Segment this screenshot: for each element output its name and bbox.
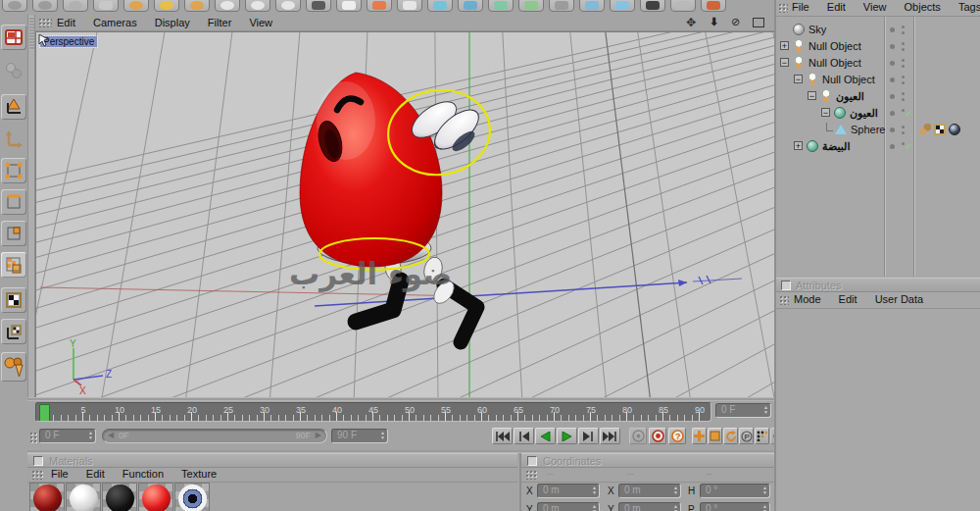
material-swatch-dark-red[interactable] — [29, 483, 65, 511]
viewport-menu-display[interactable]: Display — [155, 17, 190, 28]
coord-field-x-position[interactable]: 0 m▲▼ — [537, 484, 600, 498]
editor-visibility-dot[interactable] — [902, 126, 905, 128]
go-to-end-button[interactable] — [600, 428, 620, 444]
collapse-icon[interactable]: − — [794, 75, 803, 83]
pan-view-icon[interactable]: ✥ — [686, 16, 696, 29]
coord-field-p-rotation[interactable]: 0 °▲▼ — [700, 502, 770, 511]
spinner-arrows-icon[interactable]: ▲▼ — [88, 431, 93, 440]
render-visibility-dot[interactable] — [902, 65, 905, 68]
material-swatch-eye[interactable] — [174, 483, 210, 511]
snap-grid-icon[interactable] — [670, 0, 696, 12]
texture-tag-icon[interactable] — [934, 124, 946, 135]
editor-visibility-dot[interactable] — [902, 26, 905, 28]
frame-end-field[interactable]: 90 F ▲▼ — [331, 429, 388, 443]
spline-object-icon[interactable] — [458, 0, 483, 12]
record-pla-toggle[interactable] — [755, 428, 769, 444]
array-object-icon[interactable] — [518, 0, 544, 12]
make-editable-icon[interactable] — [1, 58, 26, 83]
rotate-view-icon[interactable]: ⊘ — [731, 16, 740, 28]
lock-x-axis-icon[interactable] — [215, 0, 240, 12]
record-help-button[interactable]: ? — [668, 428, 686, 444]
object-axis-mode-icon[interactable] — [1, 127, 26, 152]
material-ball-icon[interactable] — [701, 0, 726, 12]
record-rotation-toggle[interactable] — [723, 428, 738, 444]
coord-field-h-rotation[interactable]: 0 °▲▼ — [700, 484, 770, 498]
render-visibility-dot[interactable] — [902, 98, 905, 101]
enabled-checkmark-icon[interactable]: ✓ — [905, 108, 912, 119]
object-row-eyes[interactable]: − العيون ✓ — [776, 106, 980, 122]
polygons-mode-icon[interactable] — [1, 221, 26, 246]
layer-dot[interactable] — [890, 77, 895, 82]
maximize-view-icon[interactable] — [753, 18, 764, 27]
object-row-sky[interactable]: Sky — [776, 23, 980, 38]
collapse-icon[interactable]: − — [808, 91, 816, 100]
points-mode-icon[interactable] — [1, 158, 26, 183]
rotate-tool-icon[interactable] — [184, 0, 210, 12]
om-menu-objects[interactable]: Objects — [905, 1, 941, 13]
timeline-ruler[interactable]: 051015202530354045505560657075808590 — [35, 402, 711, 422]
render-active-icon[interactable] — [367, 0, 392, 12]
current-frame-marker[interactable] — [39, 404, 50, 422]
frame-start-field[interactable]: 0 F ▲▼ — [39, 429, 96, 443]
viewport-menu-edit[interactable]: Edit — [57, 17, 75, 28]
enabled-checkmark-icon[interactable]: ✓ — [905, 141, 912, 152]
current-frame-field[interactable]: 0 F ▲▼ — [715, 403, 771, 418]
viewport-menu-cameras[interactable]: Cameras — [93, 17, 137, 28]
top-toolbar[interactable] — [0, 0, 774, 16]
coord-field-x-size[interactable]: 0 m▲▼ — [618, 484, 681, 498]
scale-tool-icon[interactable] — [154, 0, 179, 12]
render-visibility-dot[interactable] — [902, 81, 905, 84]
coordinate-system-icon[interactable] — [306, 0, 331, 12]
record-scale-toggle[interactable] — [708, 428, 722, 444]
panel-checkbox-icon[interactable] — [781, 281, 791, 290]
editor-visibility-dot[interactable] — [902, 92, 905, 95]
object-row-sphere[interactable]: Sphere — [776, 123, 980, 138]
render-visibility-dot[interactable] — [902, 31, 905, 34]
material-tag-icon[interactable] — [949, 124, 960, 135]
selection-tool-icon[interactable] — [63, 0, 88, 12]
coord-field-y-position[interactable]: 0 m▲▼ — [537, 502, 600, 511]
object-row-null-2[interactable]: − Null Object — [776, 56, 980, 72]
viewport-menu-filter[interactable]: Filter — [208, 17, 231, 28]
om-drag-handle[interactable] — [778, 3, 788, 13]
lock-y-axis-icon[interactable] — [245, 0, 270, 12]
object-row-eyes-group[interactable]: − العيون — [776, 89, 980, 105]
editor-visibility-dot[interactable] — [902, 59, 905, 62]
play-backwards-button[interactable] — [535, 428, 556, 444]
materials-menu-function[interactable]: Function — [122, 468, 164, 480]
move-tool-icon[interactable] — [123, 0, 149, 12]
scene-object-icon[interactable] — [579, 0, 605, 12]
collapse-icon[interactable]: − — [821, 108, 830, 117]
menubar-drag-handle[interactable] — [38, 18, 52, 27]
selection-filter-icon[interactable] — [1, 352, 26, 382]
edges-mode-icon[interactable] — [1, 189, 26, 215]
layer-dot[interactable] — [890, 111, 895, 116]
spinner-arrows-icon[interactable]: ▲▼ — [763, 405, 768, 415]
bone-tag-icon[interactable] — [919, 124, 931, 135]
materials-titlebar[interactable]: Materials — [27, 453, 517, 468]
collapse-icon[interactable]: − — [780, 58, 789, 67]
expand-icon[interactable]: + — [794, 141, 803, 150]
particles-object-icon[interactable] — [610, 0, 635, 12]
record-parameter-toggle[interactable]: P — [739, 428, 754, 444]
coordinates-drag-handle[interactable] — [525, 470, 537, 480]
attributes-drag-handle[interactable] — [779, 295, 789, 305]
range-right-arrow-icon[interactable]: ▶ — [316, 431, 321, 439]
spinner-arrows-icon[interactable]: ▲▼ — [380, 431, 385, 440]
coordinates-titlebar[interactable]: Coordinates — [521, 453, 776, 468]
om-menu-edit[interactable]: Edit — [827, 1, 846, 13]
materials-menu-file[interactable]: File — [51, 468, 69, 480]
object-row-egg[interactable]: + البيضة ✓ — [776, 139, 980, 155]
palette-divider[interactable] — [27, 15, 35, 397]
nurbs-object-icon[interactable] — [488, 0, 514, 12]
materials-menu-texture[interactable]: Texture — [181, 468, 217, 480]
record-keyframe-button[interactable] — [629, 428, 647, 444]
attributes-menu-mode[interactable]: Mode — [794, 293, 821, 305]
autokeying-button[interactable] — [649, 428, 666, 444]
material-swatch-black[interactable] — [102, 483, 137, 511]
live-selection-icon[interactable] — [93, 0, 119, 12]
panel-checkbox-icon[interactable] — [33, 456, 43, 466]
previous-key-button[interactable] — [514, 428, 534, 444]
go-to-start-button[interactable] — [492, 428, 513, 444]
panel-checkbox-icon[interactable] — [527, 456, 537, 466]
